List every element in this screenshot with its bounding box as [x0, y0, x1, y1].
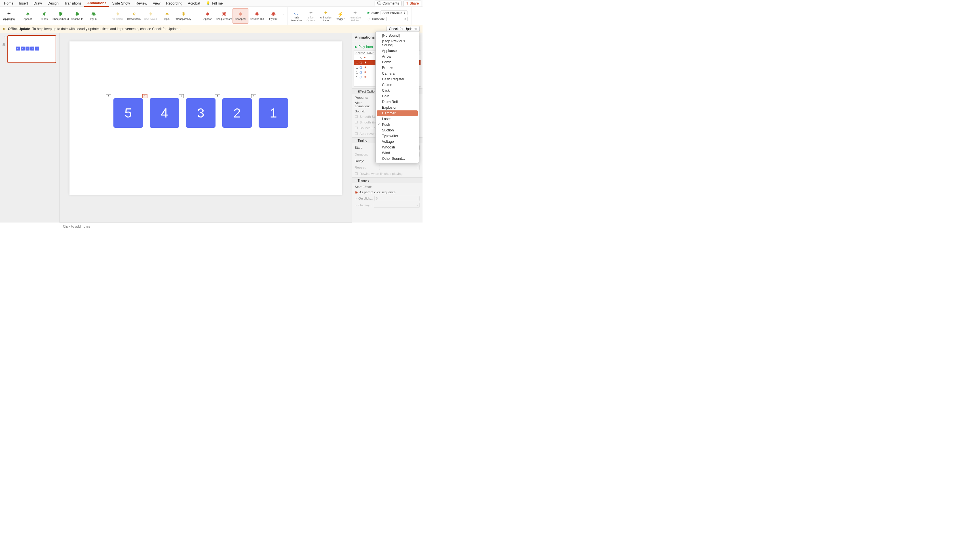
entrance-dissolvein[interactable]: ✹Dissolve In — [69, 8, 85, 24]
sound-option-label: [Stop Previous Sound] — [382, 39, 405, 47]
sound-option-wind[interactable]: Wind — [376, 150, 419, 156]
emphasis-linecolour[interactable]: ✦Line Colour — [143, 8, 159, 24]
sound-option-hammer[interactable]: Hammer — [377, 110, 418, 116]
share-button[interactable]: ⇪Share — [403, 0, 422, 6]
sound-option-laser[interactable]: Laser — [376, 116, 419, 122]
repeat-field: ⌄ — [379, 165, 420, 170]
sound-option-chime[interactable]: Chime — [376, 82, 419, 88]
slide-box-1[interactable]: 1 — [259, 98, 288, 128]
emphasis-transparency[interactable]: ✷Transparency — [175, 8, 191, 24]
path-animation-button[interactable]: ◡Path Animation — [290, 10, 303, 22]
exit-gallery: ✶Appear ✸Chequerboard ✶Disappear ✹Dissol… — [198, 7, 288, 25]
tab-draw[interactable]: Draw — [31, 0, 45, 6]
sound-option--stop-previous-sound-[interactable]: [Stop Previous Sound] — [376, 38, 419, 48]
exit-dissolveout[interactable]: ✹Dissolve Out — [249, 8, 265, 24]
sound-option-push[interactable]: ✓Push — [376, 122, 419, 128]
sound-option-applause[interactable]: Applause — [376, 48, 419, 54]
slide-box-3[interactable]: 3 — [186, 98, 215, 128]
anim-tag[interactable]: 1 — [251, 94, 256, 98]
radio-click-sequence[interactable]: ◉As part of click sequence — [355, 190, 420, 194]
sound-option-typewriter[interactable]: Typewriter — [376, 133, 419, 139]
sound-option-drum-roll[interactable]: Drum Roll — [376, 99, 419, 105]
slide-box-4[interactable]: 4 — [150, 98, 179, 128]
anim-tag[interactable]: 1 — [106, 94, 111, 98]
sound-option--no-sound-[interactable]: [No Sound] — [376, 33, 419, 38]
emphasis-more[interactable]: › — [192, 13, 196, 18]
slide-box-5[interactable]: 5 — [113, 98, 143, 128]
emphasis-fillcolour[interactable]: ✦Fill Colour — [110, 8, 126, 24]
sound-option-label: Camera — [382, 72, 395, 75]
sound-option-breeze[interactable]: Breeze — [376, 65, 419, 71]
slide-canvas[interactable]: 15 14 13 12 11 — [70, 42, 342, 195]
clock-icon: ◷ — [360, 65, 363, 69]
radio-icon: ○ — [355, 197, 357, 200]
entrance-flyin[interactable]: ✺Fly In — [86, 8, 102, 24]
comments-button[interactable]: 💬Comments — [375, 0, 401, 6]
start-dropdown[interactable]: After Previous ▲▼ — [380, 11, 407, 15]
sound-dropdown-menu: [No Sound][Stop Previous Sound]ApplauseA… — [375, 31, 419, 163]
close-icon[interactable]: ⊗ — [3, 27, 6, 31]
exit-flyout[interactable]: ✺Fly Out — [266, 8, 281, 24]
row-num: 1 — [356, 71, 358, 74]
tab-animations[interactable]: Animations — [84, 0, 109, 7]
exit-appear[interactable]: ✶Appear — [200, 8, 215, 24]
animation-painter-button[interactable]: ✦Animation Painter — [348, 10, 362, 22]
tab-home[interactable]: Home — [1, 0, 16, 6]
sound-option-whoosh[interactable]: Whoosh — [376, 144, 419, 150]
star-icon: ✶ — [164, 11, 170, 17]
radio-selected-icon: ◉ — [355, 190, 358, 194]
sound-option-arrow[interactable]: Arrow — [376, 54, 419, 59]
emphasis-growshrink[interactable]: ✧Grow/Shrink — [126, 8, 142, 24]
tab-design[interactable]: Design — [45, 0, 62, 6]
entrance-blinds[interactable]: ✷Blinds — [36, 8, 52, 24]
sound-option-camera[interactable]: Camera — [376, 71, 419, 77]
tool-label: Effect Options — [304, 16, 318, 22]
sound-option-voltage[interactable]: Voltage — [376, 139, 419, 144]
tab-insert[interactable]: Insert — [16, 0, 30, 6]
check-updates-button[interactable]: Check for Updates — [387, 26, 420, 32]
row-num: 1 — [356, 61, 358, 64]
entrance-more[interactable]: › — [102, 13, 106, 18]
tab-transitions[interactable]: Transitions — [62, 0, 84, 6]
tab-view[interactable]: View — [150, 0, 163, 6]
tab-review[interactable]: Review — [133, 0, 150, 6]
animation-pane-button[interactable]: ✦Animation Pane — [319, 10, 332, 22]
sound-option-suction[interactable]: Suction — [376, 128, 419, 133]
sound-option-cash-register[interactable]: Cash Register — [376, 77, 419, 82]
duration-field[interactable]: ▲▼ — [386, 17, 408, 21]
update-title: Office Update — [8, 27, 30, 31]
emphasis-spin[interactable]: ✶Spin — [159, 8, 175, 24]
mouse-icon: ↖ — [360, 56, 362, 59]
radio-on-click[interactable]: ○On click...5⌄ — [355, 196, 420, 201]
thumb-box: 1 — [35, 46, 39, 51]
entrance-gallery: ✶Appear ✷Blinds ✸Chequerboard ✹Dissolve … — [18, 7, 108, 25]
exit-chequerboard[interactable]: ✸Chequerboard — [216, 8, 232, 24]
exit-more[interactable]: › — [282, 13, 286, 18]
entrance-appear[interactable]: ✶Appear — [20, 8, 36, 24]
office-update-bar: ⊗ Office Update To help keep up to date … — [0, 25, 423, 33]
tab-recording[interactable]: Recording — [163, 0, 185, 6]
sound-option-bomb[interactable]: Bomb — [376, 59, 419, 65]
anim-tag[interactable]: 1 — [215, 94, 220, 98]
slide-box-2[interactable]: 2 — [222, 98, 252, 128]
tab-acrobat[interactable]: Acrobat — [185, 0, 203, 6]
trigger-button[interactable]: ⚡Trigger — [334, 11, 347, 21]
gallery-label: Dissolve Out — [250, 18, 264, 21]
entrance-chequerboard[interactable]: ✸Chequerboard — [53, 8, 68, 24]
sound-option-explosion[interactable]: Explosion — [376, 105, 419, 110]
preview-group[interactable]: ✦ Preview — [0, 7, 18, 25]
exit-disappear[interactable]: ✶Disappear — [232, 8, 248, 24]
anim-tag-selected[interactable]: 1 — [142, 94, 148, 98]
slide-thumbnail-1[interactable]: 5 4 3 2 1 — [7, 35, 56, 63]
tellme[interactable]: 💡Tell me — [203, 0, 226, 6]
thumb-box: 2 — [30, 46, 34, 51]
sound-option-other-sound-[interactable]: Other Sound... — [376, 156, 419, 161]
radio-label: On play... — [358, 203, 372, 207]
notes-area[interactable]: Click to add notes — [60, 222, 352, 230]
triggers-header[interactable]: ⌄Triggers — [352, 178, 423, 184]
sound-option-coin[interactable]: Coin — [376, 93, 419, 99]
anim-tag[interactable]: 1 — [179, 94, 184, 98]
sound-option-click[interactable]: Click — [376, 88, 419, 93]
tab-slideshow[interactable]: Slide Show — [109, 0, 133, 6]
effect-options-button[interactable]: ✦Effect Options — [304, 10, 318, 22]
